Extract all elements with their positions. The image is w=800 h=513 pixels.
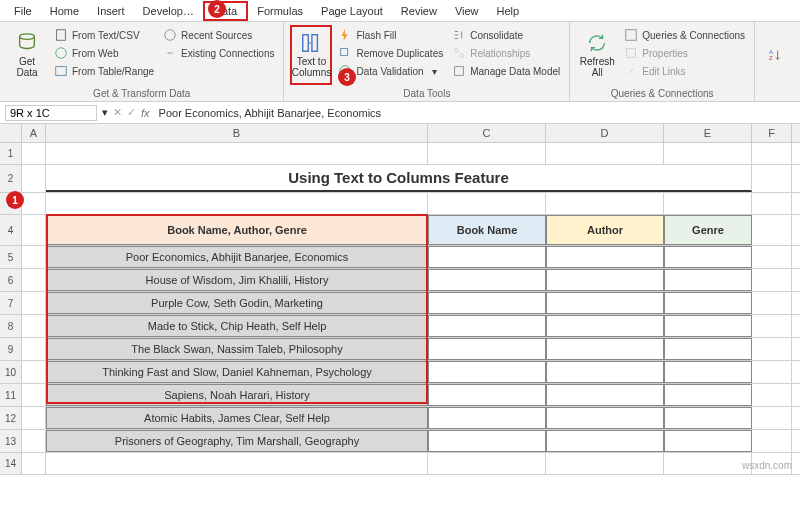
header-bookname[interactable]: Book Name [428,215,546,245]
cell[interactable] [546,407,664,429]
cell[interactable] [546,361,664,383]
cell[interactable] [428,292,546,314]
select-all[interactable] [0,124,22,142]
name-box[interactable] [5,105,97,121]
cell[interactable] [752,292,792,314]
col-header-a[interactable]: A [22,124,46,142]
cell[interactable] [664,292,752,314]
cell[interactable] [664,315,752,337]
cell[interactable] [664,384,752,406]
sort-az-button[interactable]: AZ [761,25,789,85]
data-cell[interactable]: The Black Swan, Nassim Taleb, Philosophy [46,338,428,360]
menu-developer[interactable]: Develop… [134,3,203,19]
data-cell[interactable]: Sapiens, Noah Harari, History [46,384,428,406]
col-header-b[interactable]: B [46,124,428,142]
col-header-e[interactable]: E [664,124,752,142]
cancel-icon[interactable]: ✕ [113,106,122,119]
cell[interactable] [752,193,792,215]
data-cell[interactable]: Poor Economics, Abhijit Banarjee, Econom… [46,246,428,268]
cell[interactable] [22,193,46,215]
cell[interactable] [428,453,546,475]
cell[interactable] [22,384,46,406]
cell[interactable] [664,193,752,215]
cell[interactable] [752,384,792,406]
cell[interactable] [546,292,664,314]
menu-page-layout[interactable]: Page Layout [312,3,392,19]
cell[interactable] [546,338,664,360]
cell[interactable] [428,269,546,291]
row-header[interactable]: 4 [0,215,22,245]
cell[interactable] [428,193,546,215]
cell[interactable] [664,453,752,475]
existing-connections-button[interactable]: Existing Connections [160,45,277,61]
cell[interactable] [428,143,546,165]
row-header[interactable]: 2 [0,165,22,192]
cell[interactable] [428,430,546,452]
cell[interactable] [752,143,792,165]
cell[interactable] [664,338,752,360]
header-genre[interactable]: Genre [664,215,752,245]
cell[interactable] [546,269,664,291]
menu-help[interactable]: Help [488,3,529,19]
refresh-all-button[interactable]: Refresh All [576,25,618,85]
col-header-c[interactable]: C [428,124,546,142]
cell[interactable] [22,453,46,475]
cell[interactable] [752,430,792,452]
header-author[interactable]: Author [546,215,664,245]
data-cell[interactable]: Prisoners of Geography, Tim Marshall, Ge… [46,430,428,452]
cell[interactable] [22,292,46,314]
cell[interactable] [22,246,46,268]
menu-view[interactable]: View [446,3,488,19]
cell[interactable] [46,143,428,165]
menu-review[interactable]: Review [392,3,446,19]
formula-bar[interactable]: Poor Economics, Abhijit Banarjee, Econom… [155,106,795,120]
menu-home[interactable]: Home [41,3,88,19]
cell[interactable] [752,269,792,291]
from-web-button[interactable]: From Web [51,45,157,61]
cell[interactable] [428,246,546,268]
cell[interactable] [546,246,664,268]
cell[interactable] [22,269,46,291]
cell[interactable] [664,407,752,429]
header-source[interactable]: Book Name, Author, Genre [46,215,428,245]
data-cell[interactable]: House of Wisdom, Jim Khalili, History [46,269,428,291]
check-icon[interactable]: ✓ [127,106,136,119]
row-header[interactable]: 12 [0,407,22,429]
cell[interactable] [22,215,46,245]
row-header[interactable]: 13 [0,430,22,452]
cell[interactable] [22,143,46,165]
fx-icon[interactable]: fx [141,107,150,119]
cell[interactable] [428,407,546,429]
cell[interactable] [664,361,752,383]
chevron-down-icon[interactable]: ▾ [102,106,108,119]
cell[interactable] [546,453,664,475]
row-header[interactable]: 11 [0,384,22,406]
cell[interactable] [752,315,792,337]
cell[interactable] [664,269,752,291]
data-cell[interactable]: Purple Cow, Seth Godin, Marketing [46,292,428,314]
queries-connections-button[interactable]: Queries & Connections [621,27,748,43]
remove-duplicates-button[interactable]: Remove Duplicates [335,45,446,61]
cell[interactable] [546,430,664,452]
from-text-csv-button[interactable]: From Text/CSV [51,27,157,43]
menu-insert[interactable]: Insert [88,3,134,19]
cell[interactable] [22,165,46,192]
text-to-columns-button[interactable]: Text to Columns [290,25,332,85]
cell[interactable] [428,384,546,406]
cell[interactable] [546,384,664,406]
cell[interactable] [428,361,546,383]
get-data-button[interactable]: Get Data [6,25,48,85]
cell[interactable] [752,338,792,360]
row-header[interactable]: 9 [0,338,22,360]
cell[interactable] [46,453,428,475]
row-header[interactable]: 6 [0,269,22,291]
cell[interactable] [752,215,792,245]
cell[interactable] [546,315,664,337]
cell[interactable] [22,430,46,452]
cell[interactable] [664,430,752,452]
row-header[interactable]: 7 [0,292,22,314]
recent-sources-button[interactable]: Recent Sources [160,27,277,43]
cell[interactable] [22,407,46,429]
sort-button[interactable]: Sort [792,25,800,85]
cell[interactable] [22,315,46,337]
